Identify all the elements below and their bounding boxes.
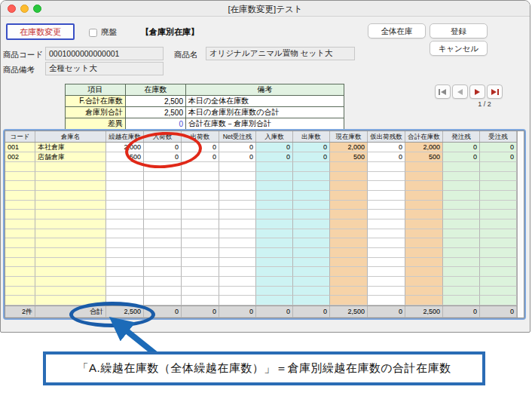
grid-cell[interactable] bbox=[330, 229, 368, 239]
discontinued-checkbox[interactable] bbox=[89, 29, 97, 37]
first-record-button[interactable] bbox=[435, 84, 451, 99]
grid-cell[interactable] bbox=[182, 191, 219, 201]
grid-cell[interactable] bbox=[368, 172, 405, 182]
grid-cell[interactable] bbox=[368, 287, 405, 296]
grid-cell[interactable] bbox=[443, 172, 480, 182]
grid-cell[interactable] bbox=[219, 201, 256, 210]
grid-cell[interactable] bbox=[443, 248, 480, 258]
grid-cell[interactable] bbox=[293, 210, 330, 219]
grid-cell[interactable] bbox=[5, 277, 35, 287]
grid-cell[interactable]: 0 bbox=[368, 152, 405, 162]
grid-cell[interactable] bbox=[256, 248, 293, 258]
grid-header-cell[interactable]: 出庫数 bbox=[293, 131, 330, 142]
grid-cell[interactable] bbox=[443, 162, 480, 172]
grid-cell[interactable] bbox=[443, 201, 480, 210]
grid-cell[interactable] bbox=[480, 287, 517, 296]
grid-cell[interactable] bbox=[5, 248, 35, 258]
grid-cell[interactable] bbox=[480, 172, 517, 182]
grid-cell[interactable] bbox=[443, 191, 480, 201]
grid-cell[interactable] bbox=[480, 258, 517, 268]
grid-cell[interactable] bbox=[480, 201, 517, 210]
grid-cell[interactable] bbox=[106, 277, 144, 287]
grid-cell[interactable] bbox=[144, 181, 182, 191]
grid-cell[interactable] bbox=[182, 258, 219, 268]
grid-cell[interactable] bbox=[219, 210, 256, 219]
grid-cell[interactable] bbox=[219, 267, 256, 277]
grid-cell[interactable] bbox=[219, 229, 256, 239]
grid-cell[interactable]: 0 bbox=[480, 152, 517, 162]
grid-cell[interactable] bbox=[368, 296, 405, 305]
grid-cell[interactable] bbox=[256, 229, 293, 239]
grid-cell[interactable] bbox=[219, 172, 256, 182]
grid-cell[interactable] bbox=[256, 267, 293, 277]
grid-cell[interactable] bbox=[35, 162, 106, 172]
grid-cell[interactable] bbox=[144, 191, 182, 201]
grid-cell[interactable] bbox=[293, 277, 330, 287]
grid-cell[interactable] bbox=[368, 191, 405, 201]
grid-cell[interactable] bbox=[182, 201, 219, 210]
grid-cell[interactable] bbox=[106, 229, 144, 239]
grid-cell[interactable] bbox=[219, 238, 256, 248]
grid-cell[interactable] bbox=[256, 258, 293, 268]
grid-cell[interactable] bbox=[106, 210, 144, 219]
grid-cell[interactable]: 0 bbox=[219, 152, 256, 162]
grid-cell[interactable] bbox=[144, 210, 182, 219]
grid-cell[interactable] bbox=[219, 219, 256, 229]
grid-cell[interactable] bbox=[480, 219, 517, 229]
grid-cell[interactable] bbox=[330, 201, 368, 210]
grid-cell[interactable] bbox=[405, 191, 443, 201]
grid-cell[interactable] bbox=[330, 248, 368, 258]
whole-stock-button[interactable]: 全体在庫 bbox=[368, 23, 426, 38]
grid-cell[interactable] bbox=[35, 210, 106, 219]
grid-cell[interactable] bbox=[256, 181, 293, 191]
grid-cell[interactable] bbox=[182, 181, 219, 191]
grid-cell[interactable] bbox=[144, 172, 182, 182]
grid-cell[interactable] bbox=[182, 296, 219, 305]
grid-cell[interactable] bbox=[35, 258, 106, 268]
grid-cell[interactable] bbox=[330, 219, 368, 229]
grid-cell[interactable] bbox=[480, 238, 517, 248]
grid-cell[interactable]: 0 bbox=[443, 143, 480, 152]
grid-cell[interactable] bbox=[405, 238, 443, 248]
grid-cell[interactable] bbox=[405, 296, 443, 305]
grid-cell[interactable] bbox=[330, 258, 368, 268]
grid-header-cell[interactable]: 発注残 bbox=[443, 131, 480, 142]
next-record-button[interactable] bbox=[469, 84, 485, 99]
grid-cell[interactable] bbox=[182, 267, 219, 277]
grid-cell[interactable]: 002 bbox=[5, 152, 35, 162]
grid-cell[interactable] bbox=[443, 277, 480, 287]
grid-cell[interactable] bbox=[219, 248, 256, 258]
grid-cell[interactable] bbox=[144, 201, 182, 210]
grid-cell[interactable] bbox=[443, 238, 480, 248]
last-record-button[interactable] bbox=[487, 84, 503, 99]
grid-cell[interactable]: 店舗倉庫 bbox=[35, 152, 106, 162]
grid-cell[interactable] bbox=[106, 191, 144, 201]
grid-cell[interactable] bbox=[293, 287, 330, 296]
grid-cell[interactable] bbox=[330, 267, 368, 277]
grid-cell[interactable]: 2,000 bbox=[405, 143, 443, 152]
grid-cell[interactable] bbox=[35, 267, 106, 277]
grid-cell[interactable] bbox=[256, 277, 293, 287]
grid-cell[interactable] bbox=[106, 267, 144, 277]
product-memo-field[interactable] bbox=[45, 62, 164, 75]
grid-cell[interactable] bbox=[330, 162, 368, 172]
grid-cell[interactable] bbox=[443, 296, 480, 305]
grid-cell[interactable] bbox=[405, 162, 443, 172]
grid-cell[interactable] bbox=[182, 248, 219, 258]
grid-cell[interactable] bbox=[256, 219, 293, 229]
grid-cell[interactable] bbox=[480, 248, 517, 258]
grid-cell[interactable] bbox=[182, 238, 219, 248]
grid-cell[interactable] bbox=[480, 210, 517, 219]
grid-cell[interactable] bbox=[5, 296, 35, 305]
grid-cell[interactable] bbox=[106, 181, 144, 191]
grid-cell[interactable] bbox=[256, 296, 293, 305]
grid-cell[interactable] bbox=[368, 210, 405, 219]
grid-cell[interactable]: 0 bbox=[219, 143, 256, 152]
grid-cell[interactable] bbox=[368, 277, 405, 287]
grid-cell[interactable] bbox=[182, 219, 219, 229]
grid-cell[interactable] bbox=[405, 267, 443, 277]
grid-header-cell[interactable]: 仮出荷残数 bbox=[368, 131, 405, 142]
grid-cell[interactable] bbox=[330, 277, 368, 287]
grid-cell[interactable] bbox=[219, 277, 256, 287]
grid-cell[interactable] bbox=[219, 287, 256, 296]
